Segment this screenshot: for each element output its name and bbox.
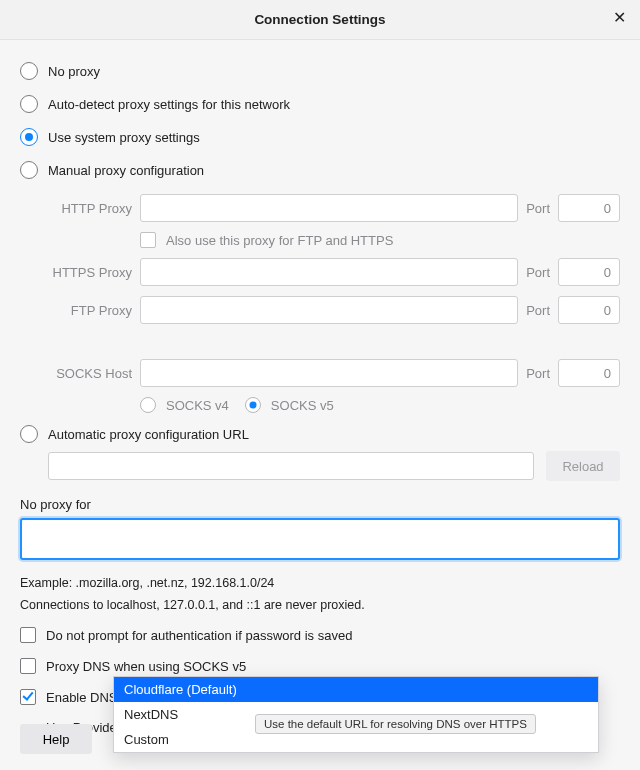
- titlebar: Connection Settings ✕: [0, 0, 640, 40]
- no-proxy-for-label: No proxy for: [20, 497, 618, 512]
- content: No proxy Auto-detect proxy settings for …: [0, 40, 640, 755]
- ftp-proxy-input[interactable]: [140, 296, 518, 324]
- checkbox-no-prompt-auth[interactable]: [20, 627, 36, 643]
- socks-port-input[interactable]: [558, 359, 620, 387]
- http-proxy-input[interactable]: [140, 194, 518, 222]
- https-proxy-input[interactable]: [140, 258, 518, 286]
- checkbox-enable-doh[interactable]: [20, 689, 36, 705]
- radio-manual-proxy-label: Manual proxy configuration: [48, 163, 204, 178]
- http-proxy-label: HTTP Proxy: [40, 201, 140, 216]
- dialog-title: Connection Settings: [254, 12, 385, 27]
- radio-socks-v5-label: SOCKS v5: [271, 398, 334, 413]
- reload-button[interactable]: Reload: [546, 451, 620, 481]
- socks-host-input[interactable]: [140, 359, 518, 387]
- radio-no-proxy[interactable]: [20, 62, 38, 80]
- radio-auto-config-url[interactable]: [20, 425, 38, 443]
- radio-socks-v4-label: SOCKS v4: [166, 398, 229, 413]
- radio-system-proxy-label: Use system proxy settings: [48, 130, 200, 145]
- https-proxy-label: HTTPS Proxy: [40, 265, 140, 280]
- ftp-port-input[interactable]: [558, 296, 620, 324]
- https-port-input[interactable]: [558, 258, 620, 286]
- help-button[interactable]: Help: [20, 724, 92, 754]
- http-port-input[interactable]: [558, 194, 620, 222]
- https-port-label: Port: [518, 265, 558, 280]
- dropdown-item-cloudflare[interactable]: Cloudflare (Default): [114, 677, 598, 702]
- radio-auto-detect[interactable]: [20, 95, 38, 113]
- tooltip: Use the default URL for resolving DNS ov…: [255, 714, 536, 734]
- radio-no-proxy-label: No proxy: [48, 64, 100, 79]
- checkbox-also-use[interactable]: [140, 232, 156, 248]
- socks-host-label: SOCKS Host: [40, 366, 140, 381]
- localhost-note: Connections to localhost, 127.0.0.1, and…: [20, 595, 620, 615]
- example-text: Example: .mozilla.org, .net.nz, 192.168.…: [20, 573, 620, 593]
- checkbox-proxy-dns-socks-label: Proxy DNS when using SOCKS v5: [46, 659, 246, 674]
- radio-manual-proxy[interactable]: [20, 161, 38, 179]
- radio-system-proxy[interactable]: [20, 128, 38, 146]
- ftp-proxy-label: FTP Proxy: [40, 303, 140, 318]
- radio-auto-config-url-label: Automatic proxy configuration URL: [48, 427, 249, 442]
- radio-socks-v4[interactable]: [140, 397, 156, 413]
- http-port-label: Port: [518, 201, 558, 216]
- checkbox-also-use-label: Also use this proxy for FTP and HTTPS: [166, 233, 393, 248]
- no-proxy-for-textarea[interactable]: [20, 518, 620, 560]
- radio-auto-detect-label: Auto-detect proxy settings for this netw…: [48, 97, 290, 112]
- ftp-port-label: Port: [518, 303, 558, 318]
- socks-port-label: Port: [518, 366, 558, 381]
- auto-config-url-input[interactable]: [48, 452, 534, 480]
- close-icon[interactable]: ✕: [613, 10, 626, 26]
- checkbox-proxy-dns-socks[interactable]: [20, 658, 36, 674]
- radio-socks-v5[interactable]: [245, 397, 261, 413]
- checkbox-no-prompt-auth-label: Do not prompt for authentication if pass…: [46, 628, 352, 643]
